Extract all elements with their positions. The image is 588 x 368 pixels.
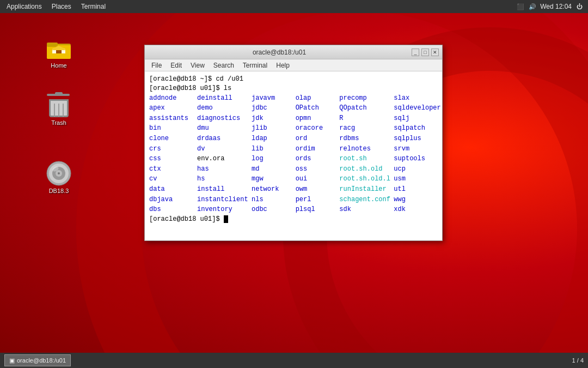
ls-item: sqlpatch <box>394 123 442 134</box>
ls-item: clone <box>149 134 198 144</box>
ls-item: oracore <box>296 123 345 134</box>
ls-item: addnode <box>149 93 198 104</box>
ls-item: suptools <box>394 154 442 164</box>
ls-item: dv <box>197 144 252 154</box>
places-menu[interactable]: Places <box>47 0 76 13</box>
minimize-button[interactable]: _ <box>412 49 419 56</box>
menu-edit[interactable]: Edit <box>166 59 186 71</box>
menu-search[interactable]: Search <box>209 59 238 71</box>
ls-item: has <box>197 164 252 174</box>
terminal-title: oracle@db18:/u01 <box>148 49 411 56</box>
trash-img <box>46 92 72 118</box>
ls-item: slax <box>394 93 442 104</box>
ls-output: addnode apex assistants bin clone crs cs… <box>149 93 438 215</box>
ls-item: network <box>252 184 301 195</box>
ls-item: usm <box>394 174 442 184</box>
ls-item-schagent: schagent.conf <box>339 195 394 205</box>
ls-item: perl <box>296 195 345 205</box>
ls-col-1: addnode apex assistants bin clone crs cs… <box>149 93 197 215</box>
top-panel-right: ⬛ 🔊 Wed 12:04 ⏻ <box>516 2 588 11</box>
ls-item: precomp <box>339 93 394 104</box>
network-icon[interactable]: ⬛ <box>516 2 525 11</box>
ls-item: odbc <box>252 204 301 215</box>
ls-item-root-sh-old: root.sh.old <box>339 164 394 174</box>
maximize-button[interactable]: □ <box>421 49 429 56</box>
terminal-content[interactable]: [oracle@db18 ~]$ cd /u01 [oracle@db18 u0… <box>145 71 442 240</box>
menu-terminal[interactable]: Terminal <box>238 59 272 71</box>
db-label: DB18.3 <box>49 188 69 194</box>
trash-body <box>49 99 69 117</box>
ls-item: diagnostics <box>197 113 252 124</box>
ls-item: wwg <box>394 195 442 205</box>
ls-item: opmn <box>296 113 345 124</box>
ls-item-root-sh: root.sh <box>339 154 394 164</box>
ls-item: deinstall <box>197 93 252 104</box>
menu-file[interactable]: File <box>147 59 166 71</box>
ls-item: lib <box>252 144 301 154</box>
db-img <box>46 160 72 186</box>
db-icon[interactable]: DB18.3 <box>37 158 81 196</box>
trash-label: Trash <box>51 119 66 126</box>
ls-item: inventory <box>197 204 252 215</box>
ls-item: ords <box>296 154 345 164</box>
ls-item: ord <box>296 134 345 144</box>
ls-item: owm <box>296 184 345 195</box>
ls-item: R <box>339 113 394 124</box>
top-panel: Applications Places Terminal ⬛ 🔊 Wed 12:… <box>0 0 588 13</box>
applications-menu[interactable]: Applications <box>2 0 46 13</box>
ls-item: ordim <box>296 144 345 154</box>
taskbar-terminal-item[interactable]: ▣ oracle@db18:/u01 <box>4 354 71 366</box>
power-icon[interactable]: ⏻ <box>575 2 584 11</box>
close-button[interactable]: ✕ <box>431 49 439 56</box>
ls-item: cv <box>149 174 198 184</box>
menu-view[interactable]: View <box>186 59 209 71</box>
home-icon[interactable]: Home <box>37 33 81 71</box>
menu-help[interactable]: Help <box>272 59 294 71</box>
ls-item: instantclient <box>197 195 252 205</box>
ls-item: xdk <box>394 204 442 215</box>
terminal-menu[interactable]: Terminal <box>77 0 110 13</box>
ls-item: oss <box>296 164 345 174</box>
ls-col-6: slax sqldeveloper sqlj sqlpatch sqlplus … <box>394 93 438 215</box>
taskbar: ▣ oracle@db18:/u01 <box>4 354 71 366</box>
terminal-menubar: File Edit View Search Terminal Help <box>145 59 442 71</box>
clock: Wed 12:04 <box>540 3 572 10</box>
svg-point-10 <box>58 172 60 174</box>
ls-item: css <box>149 154 198 164</box>
term-line-2: [oracle@db18 u01]$ ls <box>149 84 438 93</box>
ls-col-4: olap OPatch opmn oracore ord ordim ords … <box>296 93 340 215</box>
term-line-1: [oracle@db18 ~]$ cd /u01 <box>149 75 438 84</box>
trash-lid <box>47 94 70 96</box>
ls-item: jlib <box>252 123 301 134</box>
ls-item: drdaas <box>197 134 252 144</box>
ls-item-root-sh-old-l: root.sh.old.l <box>339 174 394 184</box>
home-folder-img <box>46 35 72 61</box>
ls-item: bin <box>149 123 198 134</box>
ls-item: sqlplus <box>394 134 442 144</box>
ls-item: racg <box>339 123 394 134</box>
trash-icon[interactable]: Trash <box>37 90 81 128</box>
desktop: Applications Places Terminal ⬛ 🔊 Wed 12:… <box>0 0 588 368</box>
ls-item: srvm <box>394 144 442 154</box>
ls-item: dbs <box>149 204 198 215</box>
home-label: Home <box>51 62 66 69</box>
terminal-titlebar: oracle@db18:/u01 _ □ ✕ <box>145 45 442 59</box>
ls-item: olap <box>296 93 345 104</box>
ls-item: QOpatch <box>339 103 394 113</box>
taskbar-terminal-label: oracle@db18:/u01 <box>17 357 66 364</box>
ls-item: plsql <box>296 204 345 215</box>
terminal-window: oracle@db18:/u01 _ □ ✕ File Edit View Se… <box>144 45 443 241</box>
ls-item-runinstaller: runInstaller <box>339 184 394 195</box>
volume-icon[interactable]: 🔊 <box>528 2 537 11</box>
ls-item: jdk <box>252 113 301 124</box>
ls-item: oui <box>296 174 345 184</box>
ls-item: hs <box>197 174 252 184</box>
ls-col-2: deinstall demo diagnostics dmu drdaas dv… <box>197 93 252 215</box>
ls-item: assistants <box>149 113 198 124</box>
ls-col-3: javavm jdbc jdk jlib ldap lib log md mgw… <box>252 93 296 215</box>
ls-item: jdbc <box>252 103 301 113</box>
ls-item: sdk <box>339 204 394 215</box>
ls-item: md <box>252 164 301 174</box>
page-indicator: 1 / 4 <box>572 357 584 364</box>
svg-rect-2 <box>47 43 58 47</box>
